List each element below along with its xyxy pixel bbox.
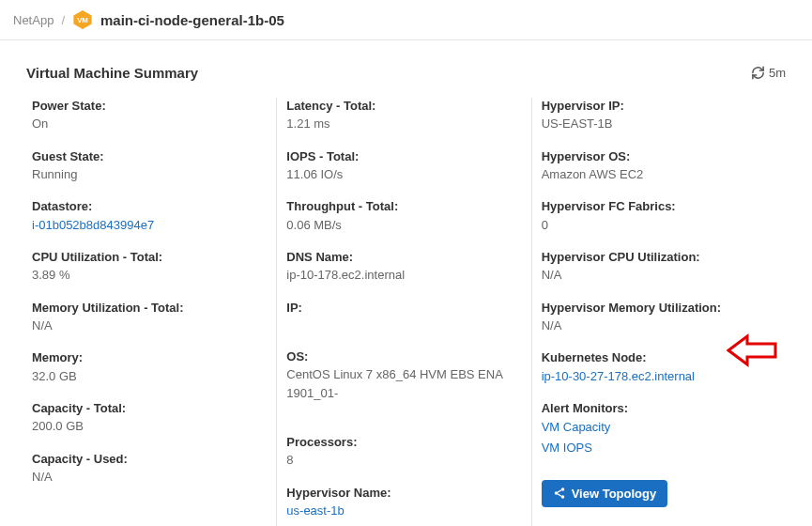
field-guest-state: Guest State: Running (32, 148, 259, 184)
breadcrumb-org[interactable]: NetApp (13, 13, 54, 27)
field-iops: IOPS - Total: 11.06 IO/s (286, 148, 513, 184)
datastore-link[interactable]: i-01b052b8d843994e7 (32, 216, 259, 235)
vm-icon: VM (72, 9, 93, 30)
share-icon (553, 487, 566, 500)
view-topology-button[interactable]: View Topology (542, 480, 668, 507)
summary-col-1: Power State: On Guest State: Running Dat… (26, 98, 276, 526)
field-hypervisor-fc: Hypervisor FC Fabrics: 0 (542, 198, 769, 234)
refresh-icon (751, 66, 765, 80)
refresh-button[interactable]: 5m (751, 66, 786, 80)
field-cpu-util: CPU Utilization - Total: 3.89 % (32, 249, 259, 285)
field-os: OS: CentOS Linux 7 x86_64 HVM EBS ENA 19… (286, 348, 513, 402)
field-hypervisor-mem: Hypervisor Memory Utilization: N/A (542, 300, 769, 335)
breadcrumb-separator: / (61, 13, 65, 27)
refresh-interval: 5m (769, 66, 786, 80)
alert-monitor-link[interactable]: VM Capacity (542, 417, 769, 438)
field-memory: Memory: 32.0 GB (32, 349, 259, 385)
field-mem-util: Memory Utilization - Total: N/A (32, 300, 259, 335)
field-processors: Processors: 8 (286, 434, 513, 470)
svg-text:VM: VM (77, 16, 88, 24)
svg-point-2 (560, 487, 564, 491)
page-title: main-ci-node-general-1b-05 (100, 12, 284, 28)
field-k8s-node: Kubernetes Node: ip-10-30-27-178.ec2.int… (542, 349, 769, 385)
field-capacity-total: Capacity - Total: 200.0 GB (32, 400, 259, 436)
field-hypervisor-cpu: Hypervisor CPU Utilization: N/A (542, 249, 769, 285)
alert-monitor-link[interactable]: VM IOPS (542, 438, 769, 458)
hypervisor-name-link[interactable]: us-east-1b (286, 502, 513, 520)
field-latency: Latency - Total: 1.21 ms (286, 98, 513, 133)
field-datastore: Datastore: i-01b052b8d843994e7 (32, 198, 259, 234)
svg-point-4 (560, 495, 564, 499)
field-power-state: Power State: On (32, 98, 259, 133)
field-hypervisor-name: Hypervisor Name: us-east-1b (286, 485, 513, 520)
breadcrumb: NetApp / VM main-ci-node-general-1b-05 (0, 0, 812, 40)
field-hypervisor-os: Hypervisor OS: Amazon AWS EC2 (542, 148, 769, 184)
field-capacity-used: Capacity - Used: N/A (32, 451, 259, 487)
k8s-node-link[interactable]: ip-10-30-27-178.ec2.internal (542, 367, 769, 386)
field-throughput: Throughput - Total: 0.06 MB/s (286, 198, 513, 234)
field-hypervisor-ip: Hypervisor IP: US-EAST-1B (542, 98, 769, 133)
summary-col-2: Latency - Total: 1.21 ms IOPS - Total: 1… (276, 98, 530, 526)
field-dns-name: DNS Name: ip-10-178.ec2.internal (286, 249, 513, 285)
svg-point-3 (554, 491, 558, 495)
field-ip: IP: (286, 300, 513, 317)
summary-col-3: Hypervisor IP: US-EAST-1B Hypervisor OS:… (531, 98, 786, 526)
panel-title: Virtual Machine Summary (26, 65, 198, 81)
field-alert-monitors: Alert Monitors: VM Capacity VM IOPS (542, 400, 769, 458)
